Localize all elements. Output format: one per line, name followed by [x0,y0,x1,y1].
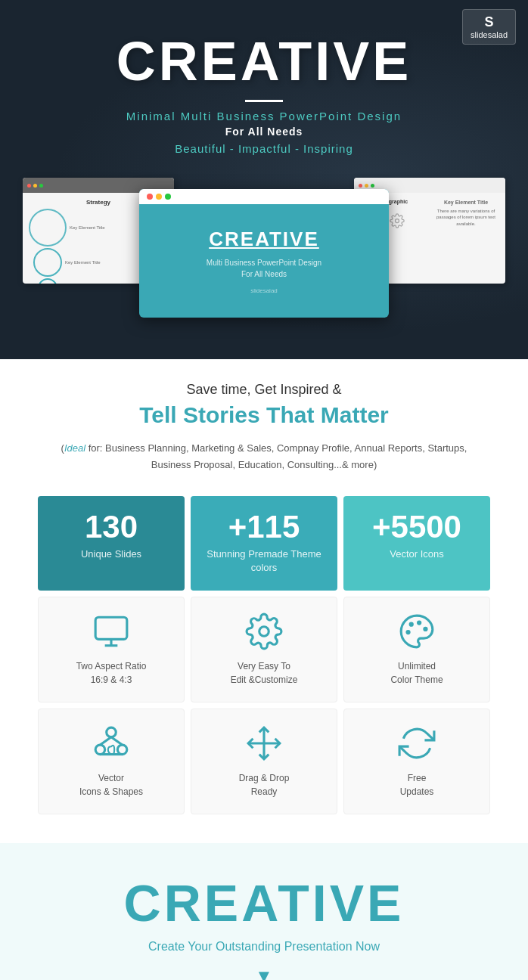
brand-letter: S [471,14,508,30]
stat-themes-number: +115 [198,511,330,543]
hero-section: S slidesalad CREATIVE Minimal Multi Busi… [0,0,528,359]
ideal-highlight: Ideal [64,442,85,454]
content-section: Save time, Get Inspired & Tell Stories T… [0,359,528,843]
move-icon [245,724,283,762]
svg-point-8 [409,622,414,626]
hero-title: CREATIVE [15,30,513,92]
hero-tagline1: For All Needs [15,126,513,138]
stats-grid: 130 Unique Slides +115 Stunning Premade … [30,496,498,590]
stat-slides-label: Unique Slides [45,547,177,561]
slide-main: CREATIVE Multi Business PowerPoint Desig… [139,189,389,318]
gear-icon [245,612,283,650]
svg-point-9 [405,629,410,634]
stat-themes-label: Stunning Premade Theme colors [198,547,330,575]
feature-aspect-ratio-label: Two Aspect Ratio16:9 & 4:3 [46,659,176,687]
slide-brand-small: slidesalad [250,287,278,294]
svg-point-1 [396,219,399,222]
footer-arrow-icon: ▼ [15,966,513,980]
svg-point-10 [107,727,116,737]
stat-slides: 130 Unique Slides [38,496,185,590]
svg-line-13 [100,737,111,744]
slide-main-title: CREATIVE [209,228,319,251]
svg-point-12 [117,745,127,755]
tell-stories-heading: Tell Stories That Matter [30,402,498,428]
ideal-rest: for: Business Planning, Marketing & Sale… [85,442,467,470]
stat-icons-label: Vector Icons [351,547,483,561]
stat-icons: +5500 Vector Icons [343,496,490,590]
footer-cta: CREATIVE Create Your Outstanding Present… [0,843,528,980]
hero-subtitle: Minimal Multi Business PowerPoint Design [15,110,513,122]
shapes-icon [92,724,130,762]
feature-customize: Very Easy ToEdit &Customize [191,597,337,702]
feature-drag-label: Drag & DropReady [199,771,329,799]
svg-rect-2 [95,617,127,639]
stat-slides-number: 130 [45,511,177,543]
svg-point-7 [423,626,427,631]
feature-color: UnlimitedColor Theme [343,597,490,702]
feature-drag: Drag & DropReady [191,709,337,814]
monitor-icon [92,612,130,650]
feature-aspect-ratio: Two Aspect Ratio16:9 & 4:3 [38,597,185,702]
slide-main-tagline: For All Needs [241,268,287,280]
slides-preview: Strategy Key Element Title Key Element T… [15,170,513,336]
footer-tagline: Create Your Outstanding Presentation Now [15,940,513,954]
svg-point-5 [259,626,269,636]
svg-point-6 [417,620,421,625]
footer-title: CREATIVE [15,873,513,932]
feature-vector-label: VectorIcons & Shapes [46,771,176,799]
svg-point-11 [95,745,105,755]
features-row1: Two Aspect Ratio16:9 & 4:3 Very Easy ToE… [30,597,498,702]
hero-tagline2: Beautiful - Impactful - Inspiring [15,142,513,155]
stat-icons-number: +5500 [351,511,483,543]
feature-color-label: UnlimitedColor Theme [352,659,482,687]
stat-themes: +115 Stunning Premade Theme colors [191,496,337,590]
save-time-text: Save time, Get Inspired & [30,382,498,398]
palette-icon [398,612,436,650]
feature-updates-label: FreeUpdates [352,771,482,799]
svg-line-14 [111,737,123,744]
features-row2: VectorIcons & Shapes Drag & DropReady [30,709,498,814]
feature-updates: FreeUpdates [343,709,490,814]
feature-vector: VectorIcons & Shapes [38,709,185,814]
hero-divider [245,100,283,102]
ideal-text: (Ideal for: Business Planning, Marketing… [52,440,476,473]
refresh-icon [398,724,436,762]
feature-customize-label: Very Easy ToEdit &Customize [199,659,329,687]
slide-main-subtitle: Multi Business PowerPoint Design [207,257,321,268]
